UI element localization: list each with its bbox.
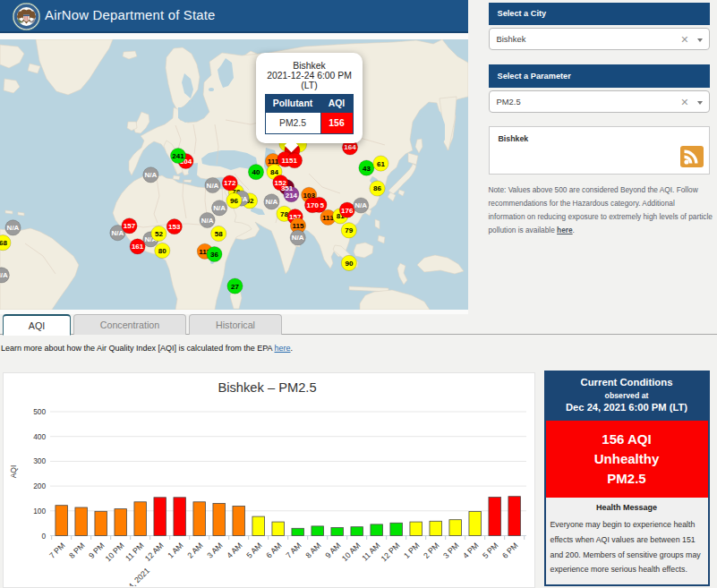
svg-text:100: 100 [33,506,46,515]
svg-text:241: 241 [172,152,184,160]
svg-text:N/A: N/A [145,171,158,179]
svg-text:27: 27 [231,283,239,291]
svg-text:58: 58 [215,230,223,238]
svg-text:7 PM: 7 PM [47,541,67,560]
svg-text:96: 96 [230,197,238,205]
svg-text:176: 176 [341,207,354,215]
svg-text:1151: 1151 [282,157,298,165]
svg-text:11 PM: 11 PM [124,541,146,563]
svg-text:8 AM: 8 AM [303,541,322,559]
svg-text:4 PM: 4 PM [461,541,481,560]
svg-text:36: 36 [210,251,218,259]
svg-text:N/A: N/A [213,204,226,212]
svg-text:N/A: N/A [0,271,8,279]
svg-text:84: 84 [270,168,278,176]
svg-text:164: 164 [344,143,356,151]
svg-text:N/A: N/A [292,234,304,242]
svg-text:N/A: N/A [7,224,20,232]
svg-text:400: 400 [33,431,46,440]
svg-text:1 AM: 1 AM [166,541,184,559]
svg-text:115: 115 [293,222,304,230]
svg-text:170: 170 [307,201,320,209]
svg-text:43: 43 [363,165,371,173]
svg-text:6 AM: 6 AM [264,541,283,559]
svg-text:157: 157 [124,222,136,230]
svg-text:N/A: N/A [112,229,124,237]
svg-text:68: 68 [0,239,7,247]
svg-text:8 PM: 8 PM [67,541,87,560]
svg-text:N/A: N/A [266,198,278,206]
svg-text:5 AM: 5 AM [244,541,263,559]
svg-text:0: 0 [41,531,46,540]
svg-text:10 AM: 10 AM [340,541,363,563]
svg-text:N/A: N/A [354,201,367,209]
svg-text:7 AM: 7 AM [284,541,303,559]
svg-text:11 AM: 11 AM [360,541,381,562]
svg-text:3 PM: 3 PM [441,541,461,560]
svg-text:4 AM: 4 AM [225,541,243,559]
svg-text:200: 200 [33,481,46,490]
svg-text:5: 5 [320,201,325,209]
svg-text:61: 61 [377,160,385,168]
svg-text:6 PM: 6 PM [500,541,520,560]
svg-text:79: 79 [345,226,353,234]
svg-text:12 PM: 12 PM [380,541,402,563]
svg-text:12 AM: 12 AM [143,541,166,563]
svg-text:86: 86 [373,184,381,192]
svg-text:90: 90 [345,260,353,268]
svg-text:52: 52 [155,230,163,238]
svg-text:500: 500 [33,407,46,416]
svg-text:40: 40 [252,168,260,176]
svg-text:80: 80 [158,247,166,255]
svg-text:2 AM: 2 AM [185,541,204,559]
svg-text:Dec 24, 2021: Dec 24, 2021 [112,566,151,586]
svg-text:N/A: N/A [207,182,219,190]
svg-text:N/A: N/A [201,217,214,225]
svg-text:10 PM: 10 PM [104,541,126,563]
svg-text:AQI: AQI [9,464,18,478]
svg-text:214: 214 [286,192,298,200]
svg-text:161: 161 [132,243,144,251]
svg-text:3 AM: 3 AM [205,541,224,559]
svg-text:300: 300 [33,456,46,465]
svg-text:1 PM: 1 PM [402,541,422,560]
svg-text:2 PM: 2 PM [422,541,441,560]
svg-text:5 PM: 5 PM [481,541,500,560]
svg-text:153: 153 [168,223,181,231]
svg-text:172: 172 [224,179,236,187]
